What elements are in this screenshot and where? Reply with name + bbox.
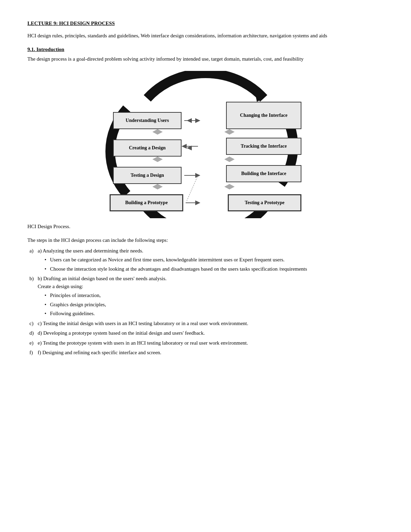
diagram-caption: HCI Design Process. <box>27 224 384 230</box>
box-changing-interface: Changing the Interface <box>226 102 301 129</box>
svg-marker-7 <box>195 118 200 123</box>
svg-marker-9 <box>182 144 187 149</box>
step-a-bullet-2: Choose the interaction style looking at … <box>45 265 384 273</box>
step-a-title: a) Analyzing the users and determining t… <box>38 247 384 273</box>
box-understanding-users: Understanding Users <box>113 112 182 129</box>
svg-marker-19 <box>224 157 235 162</box>
section-91-title: 9.1. Introduction <box>27 47 384 52</box>
step-a-bullet-1: Users can be categorized as Novice and f… <box>45 256 384 264</box>
step-b-bullets: Principles of interaction, Graphics desi… <box>38 292 384 318</box>
step-c-title: c) Testing the initial design with users… <box>38 320 384 327</box>
steps-list: a) Analyzing the users and determining t… <box>27 247 384 357</box>
step-e-title: e) Testing the prototype system with use… <box>38 339 384 347</box>
section-91-paragraph: The design process is a goal-directed pr… <box>27 55 384 63</box>
step-a-bullets: Users can be categorized as Novice and f… <box>38 256 384 273</box>
svg-marker-18 <box>224 129 235 135</box>
svg-marker-15 <box>152 129 163 135</box>
step-d-title: d) Developing a prototype system based o… <box>38 329 384 337</box>
box-building-interface: Building the Interface <box>226 165 301 182</box>
step-f-title: f) Designing and refining each specific … <box>38 349 384 357</box>
hci-diagram: Understanding Users Changing the Interfa… <box>27 71 384 218</box>
step-b-bullet-1: Principles of interaction, <box>45 292 384 299</box>
step-b-bullet-2: Graphics design principles, <box>45 301 384 309</box>
box-tracking-interface: Tracking the Interface <box>226 138 301 155</box>
steps-intro: The steps in the HCI design process can … <box>27 236 384 244</box>
box-testing-prototype: Testing a Prototype <box>228 194 301 211</box>
svg-marker-20 <box>224 184 235 189</box>
box-building-prototype: Building a Prototype <box>110 194 183 211</box>
svg-marker-13 <box>195 200 200 205</box>
svg-marker-16 <box>152 157 163 162</box>
intro-paragraph: HCI design rules, principles, standards … <box>27 32 384 40</box>
svg-line-14 <box>187 175 198 201</box>
lecture-title: LECTURE 9: HCI DESIGN PROCESS <box>27 21 384 26</box>
step-b-create: Create a design using: <box>38 284 83 289</box>
box-testing-design: Testing a Design <box>113 167 182 184</box>
step-b-title: b) Drafting an initial design based on t… <box>38 275 384 318</box>
box-creating-design: Creating a Design <box>113 139 182 157</box>
step-b-bullet-3: Following guidelines. <box>45 310 384 318</box>
svg-marker-17 <box>152 184 163 189</box>
